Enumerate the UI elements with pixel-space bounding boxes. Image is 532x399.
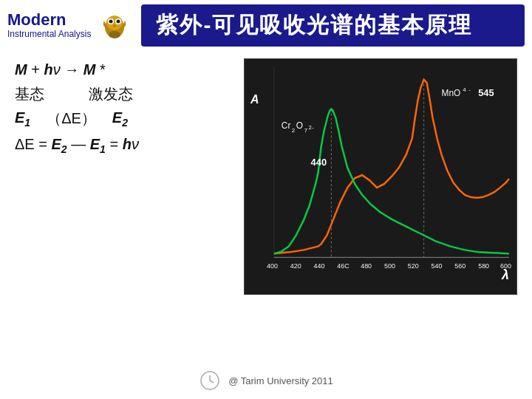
clock-icon bbox=[199, 369, 221, 392]
excited-state-label: 激发态 bbox=[89, 84, 133, 104]
mno4-sub: 4 bbox=[463, 86, 466, 93]
ground-state-label: 基态 bbox=[15, 84, 44, 104]
lambda-label: λ bbox=[501, 267, 509, 282]
e1-label: E1 bbox=[15, 109, 30, 129]
x-500: 500 bbox=[384, 262, 395, 270]
delta-e-label: （ΔE） bbox=[47, 109, 96, 129]
cr2o7-label-text: Cr bbox=[282, 120, 291, 131]
e2-label: E2 bbox=[112, 109, 128, 129]
eq-hv: h bbox=[44, 61, 52, 78]
logo-text: Modern Instrumental Analysis bbox=[7, 11, 91, 40]
cr2o7-sub: 2 bbox=[292, 127, 296, 134]
x-460: 46C bbox=[337, 262, 349, 270]
x-540: 540 bbox=[432, 262, 443, 270]
x-440: 440 bbox=[314, 262, 325, 270]
svg-point-7 bbox=[109, 31, 120, 38]
footer: @ Tarim University 2011 bbox=[0, 369, 532, 392]
dash-symbol: — bbox=[71, 136, 90, 152]
eq-star: * bbox=[100, 61, 106, 78]
page-title: 紫外-可见吸收光谱的基本原理 bbox=[141, 4, 525, 47]
cr2o7-sub2: 7 bbox=[304, 127, 308, 134]
cr2o7-o7: O bbox=[296, 120, 303, 131]
hv-eq: = hν bbox=[109, 136, 138, 152]
equations-panel: M + hν → M * 基态 激发态 E1 （ΔE） E2 ΔE = E2 —… bbox=[15, 58, 236, 295]
delta-e-eq: ΔE = bbox=[15, 136, 52, 152]
x-400: 400 bbox=[267, 262, 278, 270]
eq-m-star: M bbox=[83, 61, 96, 78]
eq-plus: + bbox=[31, 61, 44, 78]
mno4-label: MnO bbox=[441, 88, 460, 98]
svg-point-4 bbox=[109, 19, 113, 23]
x-520: 520 bbox=[408, 262, 419, 270]
cr2o7-charge: 2- bbox=[309, 124, 314, 131]
eq-m: M bbox=[15, 61, 27, 78]
delta-e-equation: ΔE = E2 — E1 = hν bbox=[15, 136, 236, 155]
e2b: E2 bbox=[52, 136, 67, 152]
svg-point-5 bbox=[117, 19, 120, 23]
cr-peak-label: 440 bbox=[311, 157, 327, 168]
svg-rect-8 bbox=[245, 59, 516, 294]
eq-arrow: → bbox=[64, 61, 83, 78]
mno4-charge: - bbox=[468, 86, 471, 93]
svg-line-13 bbox=[210, 381, 214, 383]
x-420: 420 bbox=[290, 262, 301, 270]
e1c: E1 bbox=[90, 136, 106, 152]
chart-panel: A MnO 4 - 545 Cr 2 O 7 bbox=[244, 58, 517, 295]
logo-subtitle: Instrumental Analysis bbox=[7, 29, 91, 39]
footer-text: @ Tarim University 2011 bbox=[228, 375, 333, 386]
header: Modern Instrumental Analysis 紫外-可见吸收光谱的基… bbox=[0, 0, 532, 51]
chart-svg: A MnO 4 - 545 Cr 2 O 7 bbox=[245, 59, 516, 294]
main-content: M + hν → M * 基态 激发态 E1 （ΔE） E2 ΔE = E2 —… bbox=[0, 51, 532, 295]
y-axis-label: A bbox=[250, 93, 259, 106]
x-580: 580 bbox=[478, 262, 489, 270]
mn-peak-label: 545 bbox=[478, 87, 494, 98]
ground-excited-labels: 基态 激发态 bbox=[15, 84, 236, 104]
x-560: 560 bbox=[454, 262, 466, 270]
x-480: 480 bbox=[361, 262, 372, 270]
equation-absorption: M + hν → M * bbox=[15, 61, 236, 78]
logo-modern: Modern bbox=[7, 11, 91, 29]
mascot-icon bbox=[98, 10, 131, 42]
energy-levels-row: E1 （ΔE） E2 bbox=[15, 109, 236, 129]
absorption-chart: A MnO 4 - 545 Cr 2 O 7 bbox=[244, 58, 517, 295]
